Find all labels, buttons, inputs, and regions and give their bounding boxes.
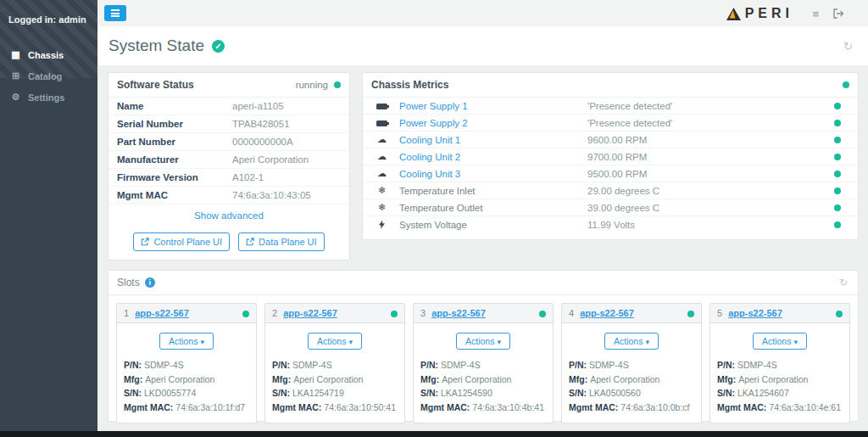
sidebar: Logged in: admin ▦ Chassis ⊞ Catalog ⚙ S… xyxy=(0,0,97,431)
status-dot xyxy=(834,171,841,177)
grid-icon: ⊞ xyxy=(10,70,21,81)
external-link-icon xyxy=(141,238,149,246)
cooling-unit-1-link[interactable]: Cooling Unit 1 xyxy=(399,135,460,145)
cooling-icon: ☁ xyxy=(375,169,389,178)
temperature-outlet-label: Temperature Outlet xyxy=(399,203,482,213)
brand-letters: PERI xyxy=(745,6,793,21)
actions-button[interactable]: Actions▾ xyxy=(604,333,659,350)
cooling-icon: ☁ xyxy=(375,152,389,161)
slot-field: S/N:LKA1254590 xyxy=(420,387,546,399)
slot-field: P/N:SDMP-4S xyxy=(124,359,249,371)
hamburger-icon xyxy=(111,9,120,11)
slot-field: S/N:LKA0500560 xyxy=(569,387,694,399)
cooling-unit-2-link[interactable]: Cooling Unit 2 xyxy=(399,152,460,162)
slot-card-3: 3 app-s22-567 Actions▾ P/N:SDMP-4S Mfg:A… xyxy=(413,303,554,423)
table-row: ☁ Cooling Unit 3 9500.00 RPM xyxy=(363,165,858,182)
table-row: ❄ Temperature Inlet 29.00 degrees C xyxy=(363,182,858,199)
slot-card-4: 4 app-s22-567 Actions▾ P/N:SDMP-4S Mfg:A… xyxy=(561,303,702,423)
actions-button[interactable]: Actions▾ xyxy=(308,333,362,350)
slot-field: Mgmt MAC:74:6a:3a:10:4b:41 xyxy=(420,401,546,413)
caret-down-icon: ▾ xyxy=(497,338,501,346)
caret-down-icon: ▾ xyxy=(793,338,798,346)
slot-field: P/N:SDMP-4S xyxy=(272,359,398,371)
slot-number: 3 xyxy=(420,308,426,318)
slot-card-2: 2 app-s22-567 Actions▾ P/N:SDMP-4S Mfg:A… xyxy=(264,303,405,423)
actions-button[interactable]: Actions▾ xyxy=(753,333,807,350)
sidebar-item-catalog[interactable]: ⊞ Catalog xyxy=(0,65,97,87)
slot-field: Mgmt MAC:74:6a:3a:10:1f:d7 xyxy=(124,401,249,413)
list-icon[interactable]: ≡ xyxy=(812,8,819,20)
table-row: ☁ Cooling Unit 2 9700.00 RPM xyxy=(363,148,858,165)
slot-number: 5 xyxy=(717,308,722,318)
slot-field: Mfg:Aperi Corporation xyxy=(569,373,694,385)
slot-field: Mfg:Aperi Corporation xyxy=(124,373,249,385)
slot-field: P/N:SDMP-4S xyxy=(717,359,843,371)
status-dot xyxy=(834,221,841,228)
actions-button[interactable]: Actions▾ xyxy=(456,333,510,350)
refresh-icon[interactable]: ↻ xyxy=(839,277,848,289)
refresh-icon[interactable]: ↻ xyxy=(843,40,853,53)
slot-field: S/N:LKD0055774 xyxy=(124,387,249,399)
sidebar-item-label: Settings xyxy=(28,92,64,103)
gear-icon: ⚙ xyxy=(10,92,21,103)
status-dot xyxy=(687,311,694,317)
show-advanced-link[interactable]: Show advanced xyxy=(108,204,349,222)
power-supply-1-link[interactable]: Power Supply 1 xyxy=(399,101,468,111)
slot-name-link[interactable]: app-s22-567 xyxy=(283,308,337,318)
table-row: Serial Number TPAB428051 xyxy=(108,115,349,133)
slot-field: Mgmt MAC:74:6a:3a:10:4e:61 xyxy=(717,401,843,413)
table-row: Name aperi-a1105 xyxy=(108,98,349,115)
status-dot xyxy=(334,81,341,88)
sidebar-item-chassis[interactable]: ▦ Chassis xyxy=(0,44,97,65)
aperi-triangle-icon xyxy=(726,8,741,20)
hamburger-menu-button[interactable] xyxy=(104,5,126,21)
status-dot xyxy=(242,311,249,317)
slot-name-link[interactable]: app-s22-567 xyxy=(135,308,189,318)
table-row: System Voltage 11.99 Volts xyxy=(363,216,858,233)
status-dot xyxy=(834,154,841,160)
status-text: running xyxy=(296,80,328,90)
sidebar-item-label: Chassis xyxy=(28,50,64,60)
power-supply-2-link[interactable]: Power Supply 2 xyxy=(399,118,468,128)
sign-out-icon[interactable] xyxy=(833,8,844,21)
info-icon[interactable]: i xyxy=(145,277,155,288)
caret-down-icon: ▾ xyxy=(348,338,353,346)
data-plane-ui-button[interactable]: Data Plane UI xyxy=(238,233,324,251)
table-row: ❄ Temperature Outlet 39.00 degrees C xyxy=(363,199,858,216)
slot-field: Mfg:Aperi Corporation xyxy=(717,373,843,385)
table-row: Mgmt MAC 74:6a:3a:10:43:05 xyxy=(108,187,349,204)
table-icon: ▦ xyxy=(10,49,21,60)
slot-field: Mgmt MAC:74:6a:3a:10:0b:cf xyxy=(569,401,694,413)
status-dot xyxy=(834,204,841,211)
sidebar-item-label: Catalog xyxy=(28,71,62,81)
cooling-unit-3-link[interactable]: Cooling Unit 3 xyxy=(399,169,460,179)
actions-button[interactable]: Actions▾ xyxy=(159,333,214,350)
status-dot xyxy=(834,120,841,126)
check-circle-icon: ✓ xyxy=(212,40,225,53)
sidebar-menu: ▦ Chassis ⊞ Catalog ⚙ Settings xyxy=(0,44,97,108)
slot-name-link[interactable]: app-s22-567 xyxy=(431,308,486,318)
slot-number: 1 xyxy=(124,308,129,318)
slot-name-link[interactable]: app-s22-567 xyxy=(728,308,782,318)
status-dot xyxy=(834,188,841,194)
status-dot xyxy=(834,137,841,143)
slot-card-1: 1 app-s22-567 Actions▾ P/N:SDMP-4S Mfg:A… xyxy=(116,303,257,423)
panel-title: Slots xyxy=(117,277,140,289)
sidebar-item-settings[interactable]: ⚙ Settings xyxy=(0,87,97,108)
external-link-icon xyxy=(246,238,254,246)
slot-name-link[interactable]: app-s22-567 xyxy=(580,308,634,318)
system-voltage-label: System Voltage xyxy=(399,220,467,230)
status-dot xyxy=(836,311,843,317)
slots-panel: Slots i ↻ 1 app-s22-567 Actions▾ P/N:SDM… xyxy=(108,270,859,422)
slot-field: Mfg:Aperi Corporation xyxy=(420,373,546,385)
control-plane-ui-button[interactable]: Control Plane UI xyxy=(133,233,230,251)
panel-title: Software Status xyxy=(117,79,194,91)
logged-in-label: Logged in: admin xyxy=(0,0,97,25)
status-dot xyxy=(834,103,841,109)
caret-down-icon: ▾ xyxy=(200,338,204,346)
slot-number: 2 xyxy=(272,308,277,318)
bottom-edge-bar xyxy=(0,431,868,437)
chassis-metrics-panel: Chassis Metrics Power Supply 1 'Presence… xyxy=(362,72,859,240)
status-dot xyxy=(539,311,546,317)
topbar: PERI ≡ xyxy=(97,0,868,26)
